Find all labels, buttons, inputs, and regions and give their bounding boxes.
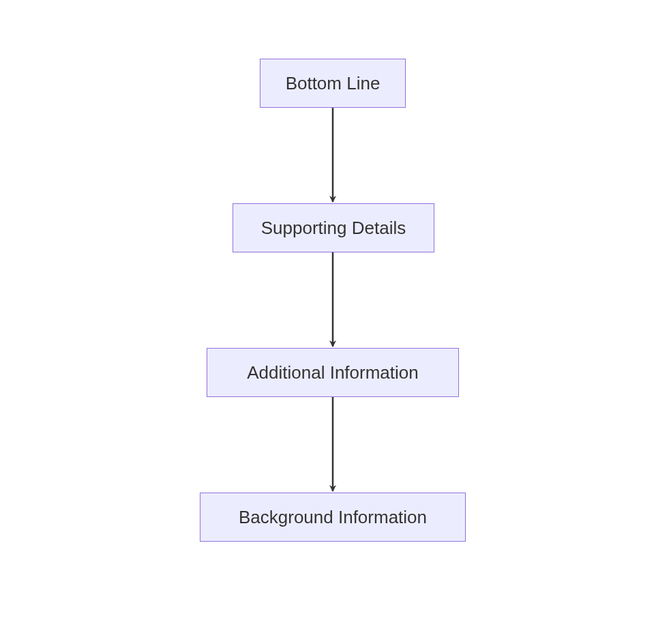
node-supporting-details: Supporting Details (233, 203, 434, 252)
node-label: Background Information (239, 507, 427, 528)
node-label: Bottom Line (286, 73, 381, 94)
node-label: Additional Information (247, 362, 418, 383)
node-background-information: Background Information (200, 493, 466, 542)
node-bottom-line: Bottom Line (260, 59, 406, 108)
flowchart-canvas: Bottom Line Supporting Details Additiona… (0, 0, 671, 644)
node-label: Supporting Details (261, 218, 406, 239)
node-additional-information: Additional Information (207, 348, 459, 397)
